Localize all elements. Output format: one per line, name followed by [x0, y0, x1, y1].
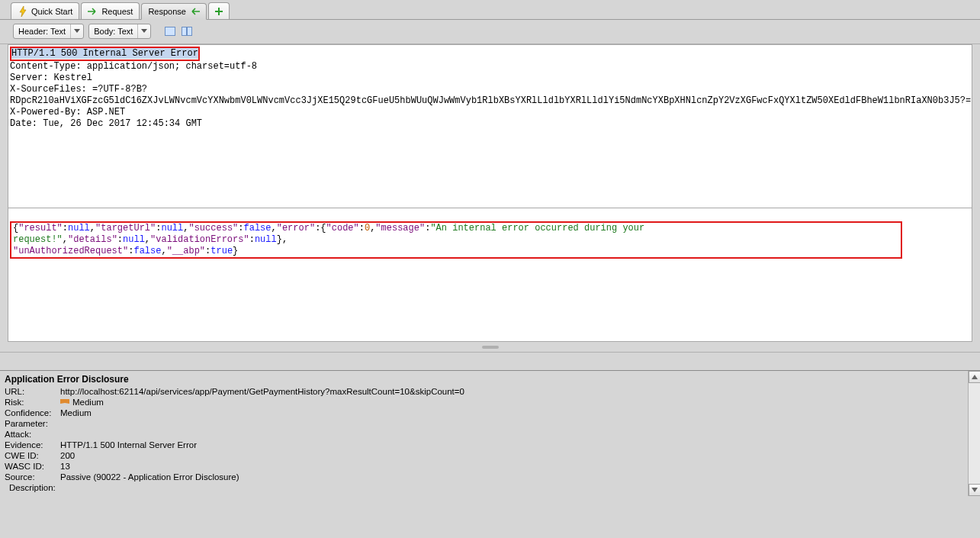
confidence-value: Medium [60, 408, 92, 417]
svg-rect-0 [165, 27, 175, 36]
header-view-dropdown[interactable]: Header: Text [13, 24, 84, 39]
tab-label: Quick Start [31, 7, 72, 16]
header-line: Date: Tue, 26 Dec 2017 12:45:34 GMT [10, 118, 202, 129]
svg-rect-1 [182, 27, 187, 36]
tab-label: Request [101, 7, 133, 16]
tab-response[interactable]: Response [141, 3, 207, 20]
chevron-down-icon [70, 24, 83, 38]
alert-details-panel: Application Error Disclosure URL:http://… [0, 370, 980, 496]
chevron-down-icon [137, 24, 150, 38]
tab-add[interactable] [208, 2, 230, 19]
flag-icon [60, 399, 69, 407]
plus-icon [214, 6, 224, 17]
dropdown-label: Body: Text [89, 27, 137, 36]
description-label: Description: [9, 483, 56, 492]
header-line: RDpcR2l0aHViXGFzcG5ldC16ZXJvLWNvcmVcYXNw… [10, 95, 971, 106]
svg-rect-2 [188, 27, 192, 36]
header-line: Server: Kestrel [10, 72, 92, 83]
tab-strip: Quick Start Request Response [0, 0, 980, 20]
scroll-up-icon[interactable] [969, 371, 980, 383]
cwe-value: 200 [60, 451, 75, 460]
dropdown-label: Header: Text [14, 27, 70, 36]
body-view-dropdown[interactable]: Body: Text [88, 24, 151, 39]
alert-title: Application Error Disclosure [5, 374, 975, 385]
header-line: X-SourceFiles: =?UTF-8?B? [10, 84, 147, 95]
wasc-label: WASC ID: [5, 462, 60, 471]
header-line: X-Powered-By: ASP.NET [10, 107, 125, 118]
pane-divider[interactable] [0, 352, 980, 370]
evidence-value: HTTP/1.1 500 Internal Server Error [60, 440, 197, 449]
layout-single-icon[interactable] [163, 25, 177, 37]
grip-icon [482, 346, 499, 349]
arrow-right-icon [88, 6, 98, 17]
tab-quickstart[interactable]: Quick Start [11, 2, 79, 19]
response-body-panel[interactable]: {"result":null,"targetUrl":null,"success… [8, 208, 972, 342]
risk-label: Risk: [5, 398, 60, 407]
url-label: URL: [5, 387, 60, 396]
cwe-label: CWE ID: [5, 451, 60, 460]
arrow-left-icon [189, 6, 200, 17]
tab-request[interactable]: Request [81, 2, 140, 19]
header-line: Content-Type: application/json; charset=… [10, 61, 257, 72]
lightning-icon [18, 6, 28, 17]
status-line: HTTP/1.1 500 Internal Server Error [11, 48, 198, 59]
response-header-panel[interactable]: HTTP/1.1 500 Internal Server Error Conte… [8, 44, 972, 208]
risk-value: Medium [60, 398, 104, 407]
tab-label: Response [148, 7, 186, 16]
evidence-label: Evidence: [5, 440, 60, 449]
source-value: Passive (90022 - Application Error Discl… [60, 472, 239, 482]
attack-label: Attack: [5, 430, 60, 439]
confidence-label: Confidence: [5, 408, 60, 417]
json-body-highlight: {"result":null,"targetUrl":null,"success… [10, 221, 902, 259]
splitter-handle[interactable] [0, 342, 980, 352]
wasc-value: 13 [60, 462, 70, 471]
layout-split-icon[interactable] [180, 25, 194, 37]
scroll-down-icon[interactable] [969, 484, 980, 496]
url-value: http://localhost:62114/api/services/app/… [60, 387, 464, 396]
response-toolbar: Header: Text Body: Text [0, 20, 980, 44]
vertical-scrollbar[interactable] [968, 371, 980, 496]
source-label: Source: [5, 472, 60, 482]
parameter-label: Parameter: [5, 419, 60, 428]
